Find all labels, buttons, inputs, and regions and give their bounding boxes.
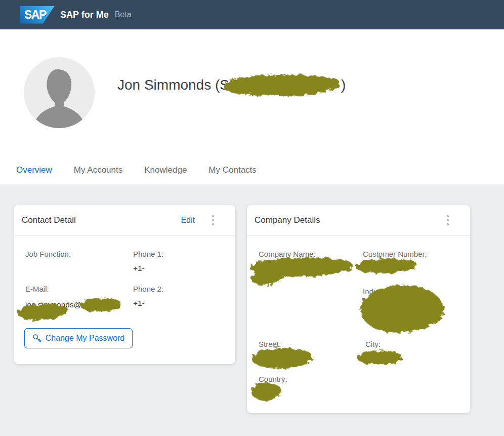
redaction-scribble bbox=[251, 382, 281, 401]
contact-detail-card: Contact Detail Edit Job Function: Phone … bbox=[14, 205, 235, 364]
contact-card-body: Job Function: Phone 1: +1- E-Mail: jon.s… bbox=[14, 236, 235, 319]
content-area: Contact Detail Edit Job Function: Phone … bbox=[0, 184, 504, 436]
beta-badge: Beta bbox=[115, 10, 132, 19]
job-function-field: Job Function: bbox=[25, 249, 133, 284]
overflow-menu-icon[interactable] bbox=[445, 213, 451, 227]
overflow-menu-icon[interactable] bbox=[210, 213, 216, 227]
redaction-scribble bbox=[17, 302, 68, 321]
redaction-scribble bbox=[251, 347, 312, 369]
tab-overview[interactable]: Overview bbox=[16, 165, 52, 184]
tab-my-contacts[interactable]: My Contacts bbox=[208, 165, 256, 184]
contact-card-title: Contact Detail bbox=[22, 215, 181, 225]
person-silhouette-icon bbox=[24, 57, 95, 128]
job-function-label: Job Function: bbox=[25, 249, 133, 260]
tab-knowledge[interactable]: Knowledge bbox=[144, 165, 187, 184]
redaction-scribble bbox=[224, 73, 341, 97]
city-label: City: bbox=[365, 339, 381, 350]
redaction-scribble bbox=[356, 257, 417, 274]
key-icon bbox=[32, 334, 42, 343]
page-title: Jon Simmonds (S) bbox=[117, 73, 346, 97]
user-name-suffix: ) bbox=[341, 77, 346, 93]
email-label: E-Mail: bbox=[25, 284, 133, 295]
phone2-value: +1- bbox=[133, 298, 235, 309]
phone2-label: Phone 2: bbox=[133, 284, 235, 295]
app-title: SAP for Me bbox=[60, 10, 109, 20]
user-name-prefix: Jon Simmonds (S bbox=[117, 77, 229, 93]
tab-my-accounts[interactable]: My Accounts bbox=[74, 165, 122, 184]
redaction-scribble bbox=[357, 350, 402, 365]
phone1-value: +1- bbox=[133, 263, 235, 274]
redaction-scribble bbox=[80, 297, 121, 313]
contact-card-header: Contact Detail Edit bbox=[14, 205, 235, 236]
page: SAP SAP for Me Beta Jon Simmonds (S) Ove… bbox=[0, 0, 504, 436]
sap-logo-icon[interactable]: SAP bbox=[20, 6, 55, 24]
shell-bar: SAP SAP for Me Beta bbox=[0, 0, 504, 29]
company-details-card: Company Details Company Name: Customer N… bbox=[247, 205, 470, 413]
avatar bbox=[24, 57, 95, 128]
change-password-button[interactable]: Change My Password bbox=[24, 328, 133, 348]
change-password-label: Change My Password bbox=[46, 334, 125, 343]
sap-logo-text: SAP bbox=[24, 6, 46, 24]
company-card-title: Company Details bbox=[255, 215, 445, 225]
phone1-field: Phone 1: +1- bbox=[133, 249, 235, 284]
phone2-field: Phone 2: +1- bbox=[133, 284, 235, 319]
tab-bar: Overview My Accounts Knowledge My Contac… bbox=[0, 157, 504, 184]
phone1-label: Phone 1: bbox=[133, 249, 235, 260]
company-card-header: Company Details bbox=[247, 205, 470, 236]
edit-button[interactable]: Edit bbox=[181, 216, 195, 225]
